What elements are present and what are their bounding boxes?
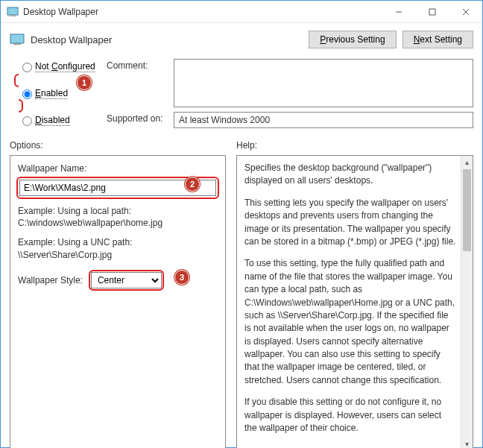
example-local-value: C:\windows\web\wallpaper\home.jpg (18, 217, 218, 229)
next-setting-button[interactable]: Next Setting (402, 31, 473, 48)
title-bar: Desktop Wallpaper (1, 1, 482, 23)
policy-icon (10, 32, 25, 47)
previous-setting-button[interactable]: Previous Setting (309, 31, 396, 48)
svg-rect-6 (10, 34, 24, 43)
supported-label: Supported on: (107, 112, 174, 128)
radio-disabled[interactable]: Disabled (19, 114, 107, 126)
window-title: Desktop Wallpaper (23, 7, 382, 17)
help-panel: Specifies the desktop background ("wallp… (236, 155, 473, 448)
comment-label: Comment: (107, 59, 174, 107)
example-local-label: Example: Using a local path: (18, 205, 218, 217)
scroll-thumb[interactable] (463, 169, 471, 251)
comment-textarea[interactable] (174, 59, 473, 107)
options-panel: Wallpaper Name: 2 Example: Using a local… (10, 155, 226, 448)
radio-enabled[interactable]: Enabled (19, 87, 107, 99)
header-row: Desktop Wallpaper Previous Setting Next … (10, 29, 473, 53)
svg-rect-3 (429, 9, 435, 15)
wallpaper-style-label: Wallpaper Style: (18, 275, 83, 285)
dialog-window: Desktop Wallpaper Desktop Wallpaper Prev… (0, 0, 483, 448)
policy-title: Desktop Wallpaper (31, 34, 303, 45)
annotation-badge-1: 1 (77, 75, 92, 90)
wallpaper-style-select[interactable]: Center (91, 272, 162, 288)
annotation-badge-2: 2 (185, 177, 200, 192)
app-icon (7, 6, 19, 18)
minimize-button[interactable] (382, 1, 415, 23)
close-button[interactable] (449, 1, 482, 23)
example-unc-value: \\Server\Share\Corp.jpg (18, 249, 218, 261)
wallpaper-name-label: Wallpaper Name: (18, 163, 218, 174)
options-label: Options: (10, 140, 226, 151)
annotation-badge-3: 3 (174, 270, 189, 285)
help-text: Specifies the desktop background ("wallp… (244, 162, 456, 435)
scroll-up-icon[interactable]: ▴ (461, 156, 473, 168)
state-radio-group: Not Configured Enabled 1 Disabled (10, 57, 107, 130)
radio-not-configured[interactable]: Not Configured (19, 60, 107, 72)
svg-rect-1 (9, 15, 16, 16)
maximize-button[interactable] (415, 1, 449, 23)
help-label: Help: (236, 140, 473, 151)
svg-rect-7 (13, 43, 21, 45)
supported-on-value: At least Windows 2000 (174, 112, 473, 128)
help-scrollbar[interactable]: ▴ ▾ (461, 156, 473, 448)
example-unc-label: Example: Using a UNC path: (18, 236, 218, 248)
scroll-down-icon[interactable]: ▾ (461, 438, 473, 448)
svg-rect-0 (7, 7, 18, 15)
